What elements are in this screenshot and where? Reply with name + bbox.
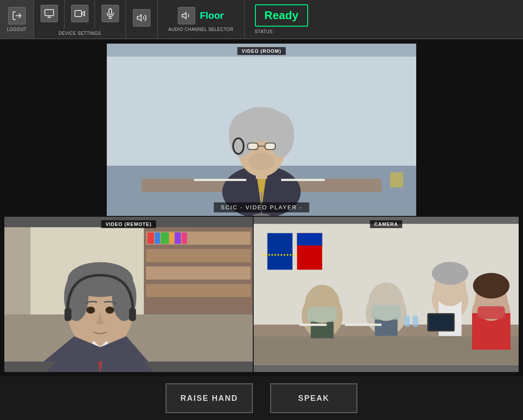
svg-rect-42 [161,232,169,244]
svg-rect-72 [308,307,337,322]
room-scene-svg [107,44,416,216]
video-room-label: VIDEO (ROOM) [238,47,286,55]
svg-rect-66 [297,233,323,246]
svg-point-19 [268,113,294,157]
svg-rect-85 [345,324,382,326]
volume-icon [133,9,150,27]
camera-icon [71,5,88,22]
video-remote-label: VIDEO (REMOTE) [101,220,156,228]
svg-rect-44 [175,232,181,244]
svg-rect-47 [4,227,31,314]
svg-rect-4 [75,10,82,17]
svg-point-25 [248,153,275,170]
video-player-label: SCIC - VIDEO PLAYER - [214,202,309,212]
svg-point-84 [473,273,509,299]
screen-settings-button[interactable] [34,0,65,29]
svg-rect-38 [146,266,251,280]
svg-rect-41 [155,232,160,244]
svg-rect-76 [371,305,401,320]
svg-rect-1 [45,10,54,16]
device-settings-label: DEVICE SETTINGS [34,29,126,38]
device-settings-group: DEVICE SETTINGS [34,0,126,38]
audio-channel-value: Floor [200,10,224,21]
svg-rect-30 [194,179,246,181]
video-top: VIDEO (ROOM) [4,44,519,216]
camera-scene-svg: ★★★★★★★★★★★★ [254,217,519,372]
svg-rect-39 [146,284,251,297]
svg-text:★★★★★★★★★★★★: ★★★★★★★★★★★★ [262,253,298,257]
video-remote: VIDEO (REMOTE) [4,217,253,372]
svg-rect-32 [390,172,403,188]
svg-marker-7 [137,15,141,21]
logout-label: LOGOUT [7,27,27,32]
svg-rect-88 [413,315,418,327]
audio-channel-icon [178,7,195,24]
device-settings-icons [34,0,126,29]
svg-rect-63 [267,233,292,270]
status-value: Ready [255,4,308,27]
svg-point-55 [105,307,114,314]
svg-rect-91 [478,306,505,319]
status-label: STATUS [255,29,273,34]
svg-rect-40 [147,232,154,244]
video-camera: CAMERA ★★★★★★★★★★★★ [254,217,519,372]
svg-rect-43 [170,232,174,244]
svg-rect-37 [146,249,251,262]
video-camera-label: CAMERA [370,220,402,228]
video-room: VIDEO (ROOM) [107,44,416,216]
speak-button[interactable]: SPEAK [270,383,357,413]
svg-point-80 [432,262,469,285]
svg-point-20 [248,143,257,149]
audio-channel-selector[interactable]: Floor AUDIO CHANNEL SELECTOR [158,0,244,38]
svg-point-21 [266,143,275,149]
svg-rect-90 [428,314,453,330]
svg-rect-45 [182,232,187,244]
microphone-settings-button[interactable] [95,0,126,29]
svg-rect-31 [281,179,325,181]
svg-marker-8 [182,13,186,19]
status-section: Ready STATUS [245,0,523,38]
svg-point-54 [86,307,95,314]
volume-button[interactable] [126,0,158,38]
logout-icon [8,7,26,24]
toolbar: LOGOUT [0,0,523,39]
video-bottom: VIDEO (REMOTE) [4,217,519,372]
video-area: VIDEO (ROOM) [0,39,523,376]
logout-button[interactable]: LOGOUT [0,0,34,38]
remote-scene-svg [4,217,253,372]
svg-rect-87 [404,315,410,327]
screen-icon [41,5,58,22]
svg-rect-60 [129,308,136,321]
svg-rect-59 [65,308,71,321]
camera-settings-button[interactable] [65,0,95,29]
room-scene [107,44,416,216]
svg-rect-86 [299,324,327,326]
microphone-icon [102,5,119,22]
audio-channel-inner: Floor [178,7,224,24]
action-bar: RAISE HAND SPEAK [0,376,523,420]
raise-hand-button[interactable]: RAISE HAND [166,383,253,413]
audio-channel-label: AUDIO CHANNEL SELECTOR [168,27,233,32]
